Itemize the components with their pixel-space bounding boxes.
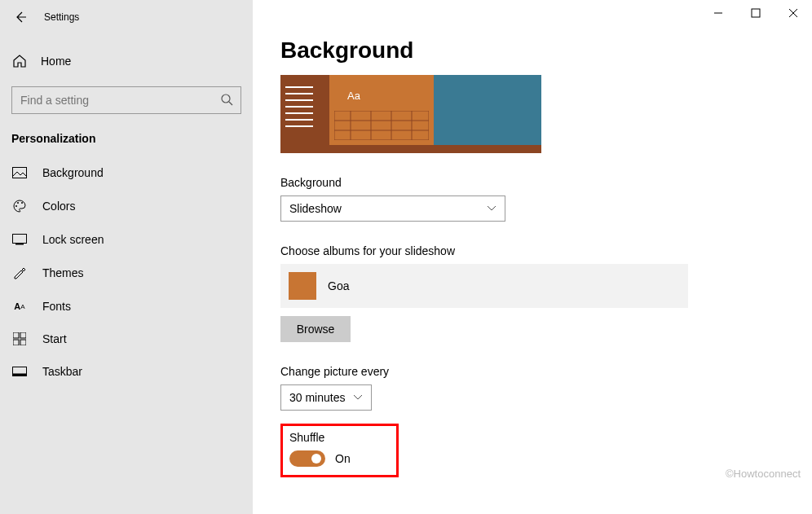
svg-point-5	[21, 202, 23, 204]
home-nav[interactable]: Home	[0, 46, 253, 77]
taskbar-icon	[11, 367, 28, 376]
search-input[interactable]	[11, 86, 241, 114]
browse-button[interactable]: Browse	[280, 316, 351, 342]
search-wrap	[11, 86, 241, 114]
shuffle-state: On	[335, 452, 351, 465]
sidebar-item-taskbar[interactable]: Taskbar	[0, 355, 253, 388]
svg-rect-7	[15, 244, 24, 245]
lockscreen-icon	[11, 234, 28, 245]
sidebar-item-fonts[interactable]: AA Fonts	[0, 290, 253, 323]
desktop-preview: Aa	[280, 75, 541, 153]
category-label: Personalization	[11, 132, 253, 145]
minimize-icon	[713, 8, 723, 18]
background-dropdown[interactable]: Slideshow	[280, 195, 505, 222]
svg-point-4	[17, 202, 19, 204]
back-button[interactable]	[8, 5, 33, 29]
interval-dropdown[interactable]: 30 minutes	[280, 384, 372, 411]
preview-taskbar	[280, 75, 329, 145]
main-content: Background Aa Background Slideshow Choos…	[253, 0, 812, 514]
svg-rect-2	[13, 168, 27, 178]
preview-grid-icon	[334, 111, 429, 140]
album-thumbnail	[289, 272, 316, 300]
sidebar-item-label: Themes	[42, 266, 84, 279]
themes-icon	[11, 266, 28, 280]
interval-label: Change picture every	[280, 365, 812, 378]
page-title: Background	[280, 37, 812, 64]
preview-sample-text: Aa	[347, 90, 360, 102]
home-icon	[11, 54, 28, 68]
arrow-left-icon	[14, 11, 27, 24]
shuffle-toggle[interactable]	[289, 450, 325, 467]
svg-rect-18	[334, 111, 429, 140]
svg-rect-8	[13, 332, 19, 338]
sidebar-item-lockscreen[interactable]: Lock screen	[0, 223, 253, 256]
start-icon	[11, 332, 28, 345]
svg-rect-15	[752, 9, 760, 17]
svg-point-3	[15, 205, 17, 207]
dropdown-value: Slideshow	[289, 202, 342, 215]
shuffle-highlight: Shuffle On	[280, 424, 399, 477]
sidebar-item-background[interactable]: Background	[0, 156, 253, 189]
toggle-knob	[311, 454, 321, 463]
minimize-button[interactable]	[699, 0, 737, 26]
sidebar-item-label: Start	[42, 332, 67, 345]
svg-rect-10	[13, 340, 19, 345]
shuffle-label: Shuffle	[289, 431, 351, 444]
sidebar-item-label: Fonts	[42, 300, 71, 313]
preview-window: Aa	[329, 75, 434, 145]
chevron-down-icon	[487, 205, 496, 212]
svg-rect-13	[13, 374, 27, 376]
watermark: ©Howtoconnect	[726, 468, 801, 480]
album-item[interactable]: Goa	[280, 264, 688, 308]
svg-rect-11	[20, 340, 26, 345]
sidebar-item-colors[interactable]: Colors	[0, 189, 253, 223]
sidebar-item-label: Taskbar	[42, 365, 82, 378]
sidebar-item-label: Lock screen	[42, 233, 104, 246]
sidebar-item-themes[interactable]: Themes	[0, 256, 253, 290]
svg-rect-6	[13, 235, 27, 244]
sidebar-item-label: Colors	[42, 200, 75, 213]
picture-icon	[11, 167, 28, 178]
window-controls	[699, 0, 812, 26]
background-label: Background	[280, 176, 812, 189]
app-title: Settings	[44, 11, 79, 23]
titlebar: Settings	[0, 0, 253, 34]
close-icon	[788, 8, 798, 18]
album-name: Goa	[328, 279, 349, 292]
sidebar-item-start[interactable]: Start	[0, 323, 253, 355]
chevron-down-icon	[353, 394, 363, 401]
maximize-button[interactable]	[737, 0, 774, 26]
sidebar: Settings Home Personalization Background…	[0, 0, 253, 514]
dropdown-value: 30 minutes	[289, 391, 345, 404]
close-button[interactable]	[774, 0, 812, 26]
sidebar-item-label: Background	[42, 166, 104, 179]
maximize-icon	[751, 8, 761, 18]
preview-desktop	[434, 75, 541, 145]
svg-rect-9	[20, 332, 26, 338]
fonts-icon: AA	[11, 301, 28, 311]
albums-label: Choose albums for your slideshow	[280, 244, 812, 257]
home-label: Home	[41, 55, 71, 68]
palette-icon	[11, 199, 28, 213]
